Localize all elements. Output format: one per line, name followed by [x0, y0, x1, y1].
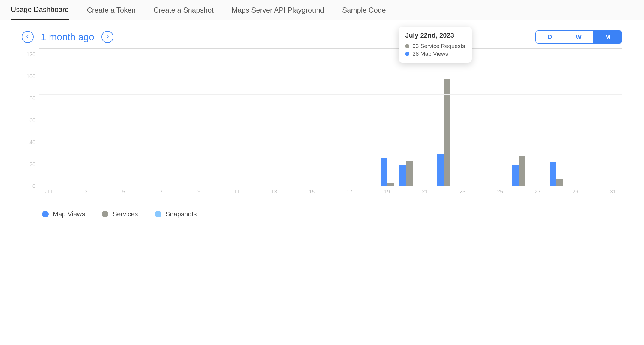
x-tick: 19: [384, 189, 390, 195]
legend-swatch-services: [102, 211, 108, 218]
legend-label-mapviews: Map Views: [53, 210, 85, 218]
x-tick: 29: [572, 189, 578, 195]
tab-create-token[interactable]: Create a Token: [87, 6, 135, 20]
bar-slot[interactable]: [359, 49, 378, 186]
bar-slot[interactable]: [96, 49, 115, 186]
tooltip-row-services: 93 Service Requests: [405, 43, 465, 50]
bar-map-views[interactable]: [381, 158, 387, 186]
tooltip-dot-services: [405, 44, 409, 48]
bar-slot[interactable]: [547, 49, 566, 186]
tooltip-title: July 22nd, 2023: [405, 32, 465, 39]
bar-services[interactable]: [387, 183, 394, 186]
x-tick: Jul: [45, 189, 52, 195]
x-tick: 11: [233, 189, 239, 195]
bar-slot[interactable]: [490, 49, 509, 186]
bar-services[interactable]: [406, 161, 413, 186]
bar-slot[interactable]: [246, 49, 265, 186]
legend-swatch-snapshots: [155, 211, 161, 218]
granularity-month[interactable]: M: [593, 31, 622, 43]
legend-item-mapviews[interactable]: Map Views: [42, 210, 85, 218]
x-tick: 5: [122, 189, 125, 195]
chart-tooltip: July 22nd, 2023 93 Service Requests 28 M…: [399, 27, 471, 63]
tab-maps-server-api-playground[interactable]: Maps Server API Playground: [232, 6, 324, 20]
bar-slot[interactable]: [528, 49, 547, 186]
bar-slot[interactable]: [209, 49, 227, 186]
x-tick: 23: [459, 189, 465, 195]
tab-sample-code[interactable]: Sample Code: [342, 6, 386, 20]
bar-slot[interactable]: [378, 49, 397, 186]
x-tick: 17: [347, 189, 353, 195]
tab-strip: Usage Dashboard Create a Token Create a …: [0, 0, 644, 20]
bar-slot[interactable]: [284, 49, 302, 186]
bar-slot[interactable]: [415, 49, 434, 186]
bar-slot[interactable]: [115, 49, 134, 186]
x-tick: 31: [610, 189, 616, 195]
chart-legend: Map Views Services Snapshots: [0, 197, 644, 218]
x-tick: 7: [160, 189, 163, 195]
bar-slot[interactable]: [302, 49, 321, 186]
legend-label-snapshots: Snapshots: [166, 210, 197, 218]
bar-slot[interactable]: [77, 49, 96, 186]
bar-slot[interactable]: [566, 49, 585, 186]
bar-map-views[interactable]: [437, 154, 444, 186]
bar-slot[interactable]: [39, 49, 58, 186]
tab-create-snapshot[interactable]: Create a Snapshot: [154, 6, 214, 20]
y-tick: 60: [29, 117, 35, 124]
bar-slot[interactable]: [509, 49, 528, 186]
x-tick: 21: [422, 189, 428, 195]
date-range-label: 1 month ago: [41, 32, 94, 43]
date-range-nav: 1 month ago: [22, 31, 113, 43]
y-tick: 80: [29, 95, 35, 102]
bar-slot[interactable]: [321, 49, 340, 186]
granularity-day[interactable]: D: [536, 31, 564, 43]
x-axis: Jul35791113151719212325272931: [39, 189, 622, 197]
bar-slot[interactable]: [603, 49, 622, 186]
legend-item-snapshots[interactable]: Snapshots: [155, 210, 197, 218]
tooltip-dot-mapviews: [405, 52, 409, 56]
bar-slot[interactable]: [585, 49, 603, 186]
bar-services[interactable]: [556, 179, 563, 186]
y-axis: 120100806040200: [22, 48, 39, 186]
x-tick: 13: [271, 189, 277, 195]
y-tick: 20: [29, 161, 35, 167]
chevron-left-icon: [26, 34, 30, 40]
x-tick: 15: [309, 189, 315, 195]
bar-slot[interactable]: [453, 49, 472, 186]
bar-map-views[interactable]: [550, 162, 556, 186]
usage-chart: 120100806040200 Jul357911131517192123252…: [22, 48, 622, 197]
next-range-button[interactable]: [101, 31, 113, 43]
bar-services[interactable]: [519, 156, 525, 186]
bar-slot[interactable]: [152, 49, 171, 186]
legend-swatch-mapviews: [42, 211, 49, 218]
bar-slot[interactable]: [190, 49, 209, 186]
granularity-segmented: D W M: [535, 30, 622, 44]
bar-slot[interactable]: [133, 49, 152, 186]
x-tick: 27: [535, 189, 541, 195]
bar-slot[interactable]: [472, 49, 491, 186]
bar-services[interactable]: [444, 80, 450, 186]
x-tick: 9: [197, 189, 200, 195]
legend-label-services: Services: [113, 210, 138, 218]
chevron-right-icon: [105, 34, 110, 40]
x-tick: 25: [497, 189, 503, 195]
tooltip-text-mapviews: 28 Map Views: [412, 51, 448, 57]
bar-slot[interactable]: [340, 49, 359, 186]
tab-usage-dashboard[interactable]: Usage Dashboard: [11, 5, 69, 20]
y-tick: 120: [26, 52, 35, 58]
chart-header: 1 month ago D W M: [0, 20, 644, 47]
legend-item-services[interactable]: Services: [102, 210, 138, 218]
bar-slot[interactable]: [227, 49, 246, 186]
bar-slot[interactable]: [396, 49, 415, 186]
hover-indicator-line: [444, 49, 444, 186]
y-tick: 40: [29, 139, 35, 146]
prev-range-button[interactable]: [22, 31, 34, 43]
tooltip-row-mapviews: 28 Map Views: [405, 51, 465, 57]
bar-slot[interactable]: [171, 49, 190, 186]
bar-slot[interactable]: [265, 49, 284, 186]
bar-map-views[interactable]: [512, 165, 519, 186]
bar-map-views[interactable]: [399, 165, 406, 186]
bar-slot[interactable]: [58, 49, 77, 186]
x-tick: 3: [85, 189, 88, 195]
plot-area[interactable]: [39, 48, 622, 186]
granularity-week[interactable]: W: [564, 31, 593, 43]
